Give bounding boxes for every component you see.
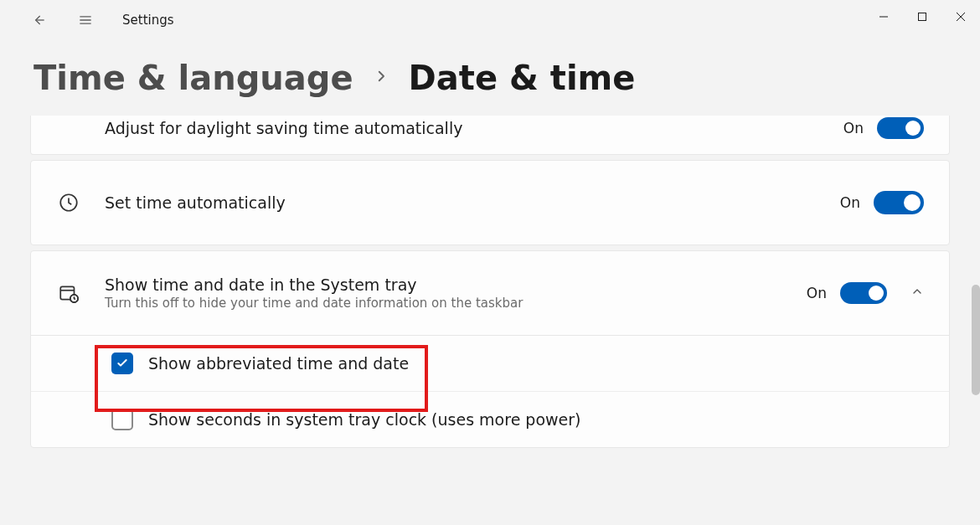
chevron-right-icon [374,69,389,87]
toggle-systray[interactable] [840,282,887,304]
sub-row-seconds[interactable]: Show seconds in system tray clock (uses … [31,392,949,447]
toggle-dst[interactable] [877,117,924,139]
content-area: Adjust for daylight saving time automati… [0,116,980,448]
setting-row-dst: Adjust for daylight saving time automati… [31,116,949,154]
sub-label: Show abbreviated time and date [148,354,409,373]
toggle-auto-time[interactable] [874,191,924,214]
setting-card-auto-time: Set time automatically On [30,160,950,245]
toggle-state-label: On [840,194,860,211]
title-bar: Settings [0,0,980,40]
setting-row-systray[interactable]: Show time and date in the System tray Tu… [31,251,949,335]
back-button[interactable] [23,5,54,35]
setting-title: Adjust for daylight saving time automati… [105,119,462,137]
breadcrumb-parent[interactable]: Time & language [34,59,353,97]
systray-sub-settings: Show abbreviated time and date Show seco… [31,335,949,447]
minimize-button[interactable] [864,0,903,33]
checkbox-seconds[interactable] [111,409,133,430]
close-button[interactable] [941,0,980,33]
setting-title: Show time and date in the System tray [105,275,523,294]
window-title: Settings [122,13,174,28]
svg-rect-0 [919,13,926,21]
setting-subtitle: Turn this off to hide your time and date… [105,296,523,311]
window-controls [864,0,980,33]
setting-row-auto-time: Set time automatically On [31,161,949,244]
checkbox-abbreviated[interactable] [111,353,133,374]
chevron-up-icon[interactable] [900,285,924,301]
clock-icon [56,192,81,214]
toggle-state-label: On [843,120,864,136]
calendar-clock-icon [56,282,81,304]
sub-label: Show seconds in system tray clock (uses … [148,410,581,429]
toggle-state-label: On [807,285,827,301]
maximize-button[interactable] [903,0,941,33]
menu-button[interactable] [70,5,101,35]
title-bar-left: Settings [0,5,174,35]
setting-card-systray: Show time and date in the System tray Tu… [30,250,950,448]
breadcrumb: Time & language Date & time [0,40,980,116]
sub-row-abbreviated[interactable]: Show abbreviated time and date [31,336,949,392]
setting-title: Set time automatically [105,193,286,212]
scrollbar-thumb[interactable] [972,285,980,395]
breadcrumb-current: Date & time [409,59,636,97]
setting-card-dst: Adjust for daylight saving time automati… [30,116,950,155]
